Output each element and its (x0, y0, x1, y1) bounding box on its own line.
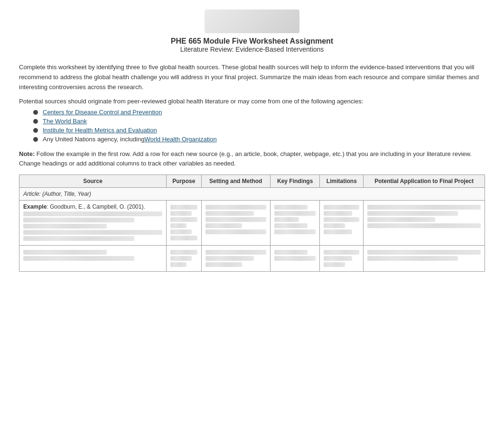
table-header-row: Source Purpose Setting and Method Key Fi… (19, 175, 485, 188)
blurred-line (170, 205, 197, 210)
blurred-line (274, 250, 308, 255)
blurred-line (205, 205, 266, 210)
bullet-dot (33, 110, 38, 115)
blurred-line (367, 217, 435, 222)
blurred-line (205, 230, 266, 234)
blurred-line (274, 223, 308, 228)
article-header-row: Article: (Author, Title, Year) (19, 188, 485, 201)
page-subtitle: Literature Review: Evidence-Based Interv… (19, 46, 485, 53)
blurred-line (274, 256, 316, 261)
list-item: The World Bank (33, 118, 485, 125)
row2-source-cell (19, 246, 167, 272)
blurred-line (23, 218, 134, 222)
row2-findings-cell (270, 246, 320, 272)
list-item: Centers for Disease Control and Preventi… (33, 109, 485, 116)
blurred-line (274, 230, 316, 234)
row2-limitations-cell (320, 246, 364, 272)
example-application-cell (364, 201, 485, 246)
example-limitations-cell (320, 201, 364, 246)
blurred-line (274, 217, 299, 222)
col-source: Source (19, 175, 167, 188)
bullet-dot (33, 128, 38, 133)
un-text: Any United Nations agency, including (43, 136, 144, 143)
example-author: Example: Goodburn, E., & Campbell, O. (2… (23, 203, 162, 210)
blurred-line (367, 211, 458, 216)
who-link[interactable]: World Health Organization (144, 136, 216, 143)
sources-intro: Potential sources should originate from … (19, 98, 485, 105)
blurred-line (23, 224, 107, 229)
page-title: PHE 665 Module Five Worksheet Assignment (19, 37, 485, 46)
blurred-line (170, 262, 187, 267)
cdc-link[interactable]: Centers for Disease Control and Preventi… (43, 109, 162, 116)
note-body: Follow the example in the first row. Add… (19, 150, 472, 167)
intro-paragraph: Complete this worksheet by identifying t… (19, 63, 485, 92)
blurred-line (367, 205, 481, 210)
blurred-line (170, 217, 197, 222)
blurred-line (205, 223, 242, 228)
example-source-cell: Example: Goodburn, E., & Campbell, O. (2… (19, 201, 167, 246)
blurred-line (324, 211, 352, 216)
table-row (19, 246, 485, 272)
blurred-line (324, 230, 352, 234)
example-setting-cell (201, 201, 270, 246)
blurred-line (274, 211, 316, 216)
col-setting-method: Setting and Method (201, 175, 270, 188)
blurred-line (205, 211, 254, 216)
blurred-line (324, 262, 345, 267)
list-item: Institute for Health Metrics and Evaluat… (33, 127, 485, 134)
col-limitations: Limitations (320, 175, 364, 188)
blurred-line (367, 250, 481, 255)
blurred-line (23, 250, 107, 255)
blurred-line (170, 211, 192, 216)
blurred-line (23, 230, 162, 235)
blurred-line (274, 205, 308, 210)
row2-purpose-cell (167, 246, 202, 272)
blurred-line (205, 262, 242, 267)
blurred-line (205, 256, 254, 261)
bullet-dot (33, 119, 38, 124)
blurred-line (367, 223, 481, 228)
literature-table: Source Purpose Setting and Method Key Fi… (19, 175, 485, 272)
blurred-line (170, 256, 192, 261)
blurred-line (324, 205, 359, 210)
blurred-line (170, 230, 192, 234)
blurred-line (205, 250, 266, 255)
world-bank-link[interactable]: The World Bank (43, 118, 87, 125)
note-label: Note: (19, 150, 35, 157)
col-potential-application: Potential Application to Final Project (364, 175, 485, 188)
header-section: PHE 665 Module Five Worksheet Assignment… (19, 9, 485, 53)
blurred-line (23, 211, 162, 216)
note-section: Note: Follow the example in the first ro… (19, 149, 485, 168)
blurred-line (324, 223, 345, 228)
article-label-cell: Article: (Author, Title, Year) (19, 188, 485, 201)
blurred-line (170, 223, 187, 228)
blurred-line (23, 236, 134, 241)
agencies-list: Centers for Disease Control and Preventi… (33, 109, 485, 143)
blurred-line (324, 250, 359, 255)
blurred-line (324, 256, 352, 261)
blurred-line (367, 256, 458, 261)
ihme-link[interactable]: Institute for Health Metrics and Evaluat… (43, 127, 157, 134)
col-key-findings: Key Findings (270, 175, 320, 188)
example-row: Example: Goodburn, E., & Campbell, O. (2… (19, 201, 485, 246)
example-purpose-cell (167, 201, 202, 246)
list-item: Any United Nations agency, including Wor… (33, 136, 485, 143)
logo (205, 9, 299, 33)
blurred-line (170, 250, 197, 255)
blurred-line (23, 256, 134, 261)
blurred-line (324, 217, 359, 222)
blurred-line (170, 236, 197, 240)
col-purpose: Purpose (167, 175, 202, 188)
bullet-dot (33, 137, 38, 142)
row2-application-cell (364, 246, 485, 272)
blurred-line (205, 217, 266, 222)
example-findings-cell (270, 201, 320, 246)
row2-setting-cell (201, 246, 270, 272)
